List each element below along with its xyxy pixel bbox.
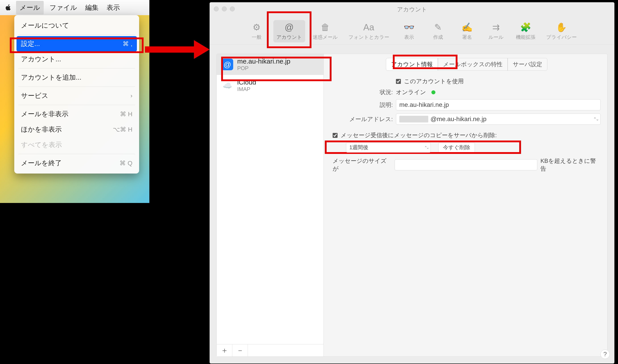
dd-add-account[interactable]: アカウントを追加... bbox=[14, 70, 139, 85]
menubar: メール ファイル 編集 表示 bbox=[0, 0, 149, 15]
tb-extensions[interactable]: 🧩機能拡張 bbox=[513, 20, 539, 42]
tb-privacy[interactable]: ✋プライバシー bbox=[543, 20, 580, 42]
add-account-button[interactable]: ＋ bbox=[217, 344, 232, 356]
tb-composing-label: 作成 bbox=[433, 34, 443, 40]
hand-icon: ✋ bbox=[556, 22, 567, 33]
description-value: me.au-hikari.ne.jp bbox=[399, 101, 449, 108]
row-enable: このアカウントを使用 bbox=[333, 78, 601, 85]
segmented-control: アカウント情報 メールボックスの特性 サーバ設定 bbox=[333, 58, 601, 71]
account-text: iCloud IMAP bbox=[237, 78, 256, 92]
tb-junk-label: 迷惑メール bbox=[313, 34, 338, 40]
menu-edit[interactable]: 編集 bbox=[81, 1, 103, 14]
status-value: オンライン bbox=[396, 88, 426, 96]
tb-signatures-label: 署名 bbox=[462, 34, 472, 40]
separator bbox=[18, 68, 135, 68]
dd-settings[interactable]: 設定... ⌘ , bbox=[16, 36, 137, 52]
delete-now-button[interactable]: 今すぐ削除 bbox=[438, 142, 475, 153]
dd-services[interactable]: サービス› bbox=[14, 88, 139, 104]
tb-signatures[interactable]: ✍署名 bbox=[455, 20, 479, 42]
redacted-block bbox=[399, 116, 428, 122]
dd-quit-label: メールを終了 bbox=[21, 159, 62, 168]
gear-icon: ⚙ bbox=[251, 22, 262, 33]
rules-icon: ⇉ bbox=[491, 22, 502, 33]
tb-extensions-label: 機能拡張 bbox=[516, 34, 536, 40]
tb-junk[interactable]: 🗑迷惑メール bbox=[310, 20, 341, 42]
tb-accounts[interactable]: @アカウント bbox=[273, 20, 305, 42]
left-panel: メール ファイル 編集 表示 メールについて 設定... ⌘ , アカウント..… bbox=[0, 0, 149, 203]
email-label: メールアドレス: bbox=[333, 115, 393, 123]
mail-dropdown: メールについて 設定... ⌘ , アカウント... アカウントを追加... サ… bbox=[14, 15, 139, 173]
sidebar-footer: ＋ － bbox=[217, 344, 323, 356]
account-item-icloud[interactable]: ☁️ iCloud IMAP bbox=[217, 75, 323, 96]
tb-rules[interactable]: ⇉ルール bbox=[484, 20, 508, 42]
at-icon: @ bbox=[222, 59, 233, 70]
account-proto: POP bbox=[237, 65, 290, 71]
dd-show-all: すべてを表示 bbox=[14, 137, 139, 153]
row-size-warn: メッセージのサイズが KBを超えるときに警告 bbox=[333, 157, 601, 173]
description-input[interactable]: me.au-hikari.ne.jp bbox=[396, 99, 601, 110]
tb-accounts-label: アカウント bbox=[276, 34, 302, 40]
separator bbox=[18, 105, 135, 105]
dd-hide-mail-label: メールを非表示 bbox=[21, 109, 68, 119]
dd-accounts-label: アカウント... bbox=[21, 55, 61, 64]
row-delete-copy: メッセージ受信後にメッセージのコピーをサーバから削除: bbox=[333, 131, 601, 139]
row-status: 状況: オンライン bbox=[333, 88, 601, 96]
enable-account-label: このアカウントを使用 bbox=[404, 78, 464, 85]
delete-copy-checkbox[interactable] bbox=[333, 133, 337, 138]
apple-logo-icon[interactable] bbox=[4, 4, 12, 11]
delete-after-select[interactable]: 1週間後 bbox=[346, 142, 431, 153]
cloud-icon: ☁️ bbox=[222, 80, 233, 91]
size-label-pre: メッセージのサイズが bbox=[333, 157, 391, 173]
enable-account-checkbox[interactable] bbox=[396, 79, 401, 84]
tb-fonts[interactable]: Aaフォントとカラー bbox=[345, 20, 392, 42]
remove-account-button[interactable]: － bbox=[232, 344, 248, 356]
tb-privacy-label: プライバシー bbox=[546, 34, 577, 40]
account-name: iCloud bbox=[237, 78, 256, 86]
dd-quit[interactable]: メールを終了⌘ Q bbox=[14, 156, 139, 171]
dd-accounts[interactable]: アカウント... bbox=[14, 52, 139, 67]
dd-show-all-label: すべてを表示 bbox=[21, 140, 62, 149]
dd-about-label: メールについて bbox=[21, 21, 69, 30]
seg-server[interactable]: サーバ設定 bbox=[508, 58, 547, 71]
separator bbox=[18, 87, 135, 87]
dd-hide-mail-shortcut: ⌘ H bbox=[120, 110, 132, 118]
dd-hide-mail[interactable]: メールを非表示⌘ H bbox=[14, 106, 139, 122]
size-input[interactable] bbox=[395, 159, 537, 170]
dd-settings-shortcut: ⌘ , bbox=[123, 40, 132, 48]
menu-file[interactable]: ファイル bbox=[45, 1, 81, 14]
menu-mail[interactable]: メール bbox=[16, 1, 44, 14]
tb-general[interactable]: ⚙一般 bbox=[244, 20, 269, 42]
account-item-pop[interactable]: @ me.au-hikari.ne.jp POP bbox=[217, 54, 323, 75]
preferences-window: アカウント ⚙一般 @アカウント 🗑迷惑メール Aaフォントとカラー 👓表示 ✎… bbox=[210, 2, 614, 364]
tb-viewing[interactable]: 👓表示 bbox=[397, 20, 421, 42]
row-description: 説明: me.au-hikari.ne.jp bbox=[333, 99, 601, 110]
trash-icon: 🗑 bbox=[320, 22, 331, 33]
status-label: 状況: bbox=[333, 88, 393, 96]
seg-mailbox[interactable]: メールボックスの特性 bbox=[438, 58, 508, 71]
glasses-icon: 👓 bbox=[404, 22, 414, 33]
tb-general-label: 一般 bbox=[252, 34, 261, 40]
chevron-right-icon: › bbox=[130, 92, 132, 99]
online-dot-icon bbox=[431, 90, 435, 94]
account-proto: IMAP bbox=[237, 86, 256, 92]
row-delete-after: 1週間後 今すぐ削除 bbox=[337, 142, 601, 153]
delete-copy-label: メッセージ受信後にメッセージのコピーをサーバから削除: bbox=[341, 131, 497, 139]
row-email: メールアドレス: @me.au-hikari.ne.jp bbox=[333, 114, 601, 125]
seg-info[interactable]: アカウント情報 bbox=[386, 58, 438, 71]
dd-about[interactable]: メールについて bbox=[14, 18, 139, 33]
window-title: アカウント bbox=[210, 6, 614, 13]
tb-composing[interactable]: ✎作成 bbox=[426, 20, 450, 42]
help-button[interactable]: ? bbox=[600, 350, 610, 359]
content-area: @ me.au-hikari.ne.jp POP ☁️ iCloud IMAP … bbox=[217, 54, 607, 357]
dd-hide-others-label: ほかを非表示 bbox=[21, 125, 62, 134]
dd-hide-others[interactable]: ほかを非表示⌥⌘ H bbox=[14, 122, 139, 137]
email-select[interactable]: @me.au-hikari.ne.jp bbox=[396, 114, 601, 125]
email-value: @me.au-hikari.ne.jp bbox=[430, 116, 487, 123]
account-name: me.au-hikari.ne.jp bbox=[237, 58, 290, 65]
signature-icon: ✍ bbox=[462, 22, 472, 33]
menu-view[interactable]: 表示 bbox=[103, 1, 124, 14]
at-icon: @ bbox=[284, 22, 295, 33]
desc-label: 説明: bbox=[333, 101, 393, 109]
puzzle-icon: 🧩 bbox=[520, 22, 531, 33]
arrow-icon bbox=[145, 40, 210, 58]
